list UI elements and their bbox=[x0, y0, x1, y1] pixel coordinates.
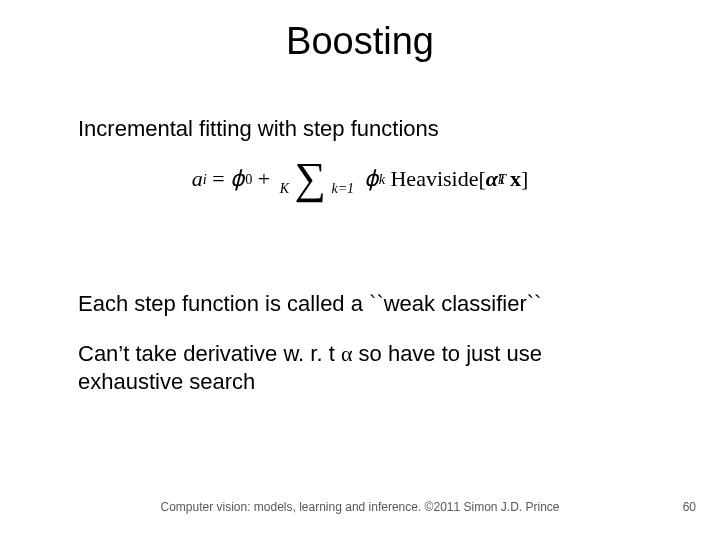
alpha-symbol: α bbox=[341, 341, 353, 366]
alpha-sub: k bbox=[498, 172, 504, 186]
phik-var: ϕ bbox=[364, 168, 379, 190]
footer-text: Computer vision: models, learning and in… bbox=[0, 500, 720, 514]
lhs-var: a bbox=[192, 168, 203, 190]
equals: = bbox=[212, 168, 224, 190]
intro-line: Incremental fitting with step functions bbox=[78, 115, 638, 143]
weak-classifier-line: Each step function is called a ``weak cl… bbox=[78, 290, 638, 318]
rbrack: ] bbox=[521, 168, 528, 190]
phi0-var: ϕ bbox=[230, 168, 245, 190]
heaviside: Heaviside bbox=[390, 168, 478, 190]
alpha-var: α bbox=[486, 168, 498, 190]
page-number: 60 bbox=[683, 500, 696, 514]
body-bottom: Each step function is called a ``weak cl… bbox=[78, 290, 638, 418]
derivative-line: Can’t take derivative w. r. t α so have … bbox=[78, 340, 638, 396]
phi0-sub: 0 bbox=[245, 172, 252, 186]
slide: Boosting Incremental fitting with step f… bbox=[0, 0, 720, 540]
sum-lower: k=1 bbox=[331, 181, 354, 196]
formula-block: ai = ϕ0 + K ∑ k=1 ϕk Heaviside[αTk x] bbox=[0, 160, 720, 197]
lbrack: [ bbox=[478, 168, 485, 190]
sigma-icon: ∑ bbox=[295, 154, 326, 203]
x-var: x bbox=[510, 168, 521, 190]
phik-sub: k bbox=[379, 172, 385, 186]
summation: K ∑ k=1 bbox=[280, 160, 354, 197]
plus: + bbox=[258, 168, 270, 190]
lhs-sub: i bbox=[203, 172, 207, 186]
deriv-part-a: Can’t take derivative w. r. t bbox=[78, 341, 341, 366]
body-top: Incremental fitting with step functions bbox=[78, 115, 638, 161]
formula: ai = ϕ0 + K ∑ k=1 ϕk Heaviside[αTk x] bbox=[192, 160, 528, 197]
slide-title: Boosting bbox=[0, 20, 720, 63]
sum-upper: K bbox=[280, 181, 289, 196]
